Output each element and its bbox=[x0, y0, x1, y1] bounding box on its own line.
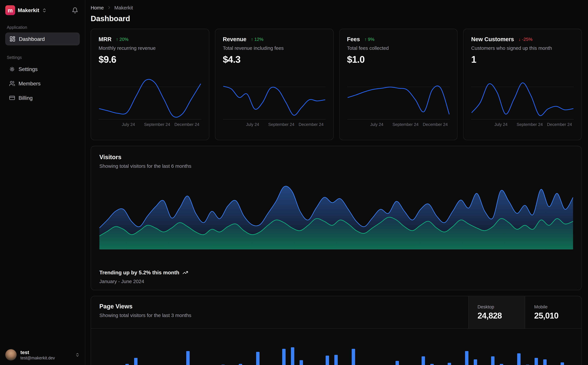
x-tick-label: July 24 bbox=[494, 122, 508, 126]
stat-card-fees: Fees ↑9% Total fees collected $1.0 July … bbox=[339, 29, 458, 140]
bar bbox=[491, 357, 495, 365]
x-tick-label: September 24 bbox=[393, 122, 419, 126]
breadcrumb-home-link[interactable]: Home bbox=[91, 5, 104, 10]
stat-label: Fees bbox=[347, 36, 360, 42]
stat-delta-badge: ↓-25% bbox=[519, 36, 533, 42]
sidebar: m Makerkit Application Dashboard Setting… bbox=[0, 0, 85, 365]
stat-description: Customers who signed up this month bbox=[471, 45, 574, 51]
customers-sparkline-chart bbox=[471, 77, 574, 120]
users-icon bbox=[9, 80, 15, 86]
x-tick-label: December 24 bbox=[298, 122, 324, 126]
toggle-mobile[interactable]: Mobile 25,010 bbox=[525, 296, 581, 329]
credit-card-icon bbox=[9, 95, 15, 101]
sidebar-item-label: Members bbox=[19, 80, 41, 86]
trending-up-icon bbox=[182, 270, 188, 275]
trend-arrow-icon: ↑ bbox=[251, 36, 253, 42]
stat-delta-value: 9% bbox=[368, 36, 374, 42]
bar bbox=[430, 364, 434, 365]
notifications-button[interactable] bbox=[70, 6, 80, 15]
sidebar-item-label: Dashboard bbox=[19, 36, 45, 42]
page-views-title: Page Views bbox=[99, 303, 460, 310]
sidebar-item-members[interactable]: Members bbox=[5, 77, 80, 90]
stat-label: New Customers bbox=[471, 36, 514, 42]
toggle-value: 25,010 bbox=[534, 311, 559, 321]
bar bbox=[134, 358, 138, 365]
sidebar-item-settings[interactable]: Settings bbox=[5, 63, 80, 76]
bar bbox=[334, 355, 338, 365]
bar bbox=[500, 364, 503, 365]
page-views-header: Page Views Showing total visitors for th… bbox=[91, 296, 581, 329]
visitors-subtitle: Showing total visitors for the last 6 mo… bbox=[99, 163, 573, 169]
gear-icon bbox=[9, 66, 15, 72]
chevrons-up-down-icon bbox=[75, 353, 80, 357]
x-axis-ticks: July 24September 24December 24 bbox=[471, 122, 574, 128]
bar bbox=[561, 362, 564, 365]
bar bbox=[291, 347, 294, 365]
breadcrumb: Home Makerkit bbox=[91, 5, 582, 11]
stat-delta-badge: ↑12% bbox=[251, 36, 263, 42]
page-views-card: Page Views Showing total visitors for th… bbox=[91, 296, 582, 365]
bar bbox=[256, 352, 260, 365]
sidebar-item-label: Settings bbox=[19, 66, 38, 72]
toggle-label: Mobile bbox=[534, 304, 548, 309]
x-tick-label: July 24 bbox=[246, 122, 259, 126]
page-title: Dashboard bbox=[91, 14, 582, 23]
x-tick-label: July 24 bbox=[370, 122, 383, 126]
x-tick-label: September 24 bbox=[268, 122, 294, 126]
bar bbox=[422, 357, 425, 365]
x-axis-ticks: July 24September 24December 24 bbox=[347, 122, 450, 128]
stat-delta-value: 12% bbox=[254, 36, 263, 42]
sidebar-item-dashboard[interactable]: Dashboard bbox=[5, 32, 80, 45]
visitors-date-range: January - June 2024 bbox=[99, 279, 144, 284]
x-tick-label: December 24 bbox=[174, 122, 199, 126]
bar bbox=[239, 364, 242, 365]
x-tick-label: September 24 bbox=[144, 122, 170, 126]
user-name: test bbox=[20, 350, 71, 355]
fees-sparkline-chart bbox=[347, 77, 450, 120]
stat-card-mrr: MRR ↑20% Monthly recurring revenue $9.6 … bbox=[91, 29, 209, 140]
chevrons-up-down-icon bbox=[42, 8, 47, 13]
section-label-settings: Settings bbox=[7, 55, 78, 60]
bar bbox=[187, 351, 190, 365]
bell-icon bbox=[72, 7, 78, 14]
toggle-value: 24,828 bbox=[477, 311, 502, 321]
x-tick-label: July 24 bbox=[122, 122, 135, 126]
stats-grid: MRR ↑20% Monthly recurring revenue $9.6 … bbox=[91, 29, 582, 140]
toggle-desktop[interactable]: Desktop 24,828 bbox=[468, 296, 525, 329]
mrr-sparkline-chart bbox=[99, 77, 201, 120]
revenue-sparkline-chart bbox=[223, 77, 325, 120]
x-tick-label: September 24 bbox=[517, 122, 543, 126]
page-views-bar-chart bbox=[99, 342, 573, 365]
stat-label: MRR bbox=[99, 36, 111, 42]
x-axis-ticks: July 24September 24December 24 bbox=[223, 122, 325, 128]
user-avatar bbox=[5, 349, 17, 360]
sidebar-item-label: Billing bbox=[19, 95, 33, 101]
user-email: test@makerkit.dev bbox=[20, 355, 71, 360]
visitors-title: Visitors bbox=[99, 154, 573, 161]
sidebar-item-billing[interactable]: Billing bbox=[5, 91, 80, 104]
workspace-selector[interactable]: m Makerkit bbox=[5, 5, 47, 15]
bar bbox=[474, 359, 477, 365]
bar bbox=[326, 356, 329, 365]
stat-card-revenue: Revenue ↑12% Total revenue including fee… bbox=[215, 29, 333, 140]
stat-value: $4.3 bbox=[223, 54, 325, 65]
bar bbox=[395, 361, 399, 365]
bar bbox=[125, 364, 129, 365]
breadcrumb-current: Makerkit bbox=[114, 5, 133, 10]
main-content: Home Makerkit Dashboard MRR ↑20% Monthly… bbox=[85, 0, 588, 365]
visitors-card: Visitors Showing total visitors for the … bbox=[91, 146, 582, 290]
makerkit-logo: m bbox=[5, 5, 15, 15]
chevron-right-icon bbox=[107, 5, 111, 10]
user-menu[interactable]: test test@makerkit.dev bbox=[0, 345, 85, 365]
stat-value: $1.0 bbox=[347, 54, 450, 65]
bar bbox=[448, 363, 451, 365]
bar bbox=[535, 358, 538, 365]
x-tick-label: December 24 bbox=[547, 122, 572, 126]
visitors-area-chart bbox=[99, 177, 573, 249]
bar bbox=[352, 349, 355, 365]
stat-delta-badge: ↑20% bbox=[116, 36, 129, 42]
x-tick-label: December 24 bbox=[423, 122, 448, 126]
trend-arrow-icon: ↓ bbox=[519, 36, 521, 42]
trend-arrow-icon: ↑ bbox=[116, 36, 118, 42]
stat-delta-value: -25% bbox=[522, 36, 533, 42]
